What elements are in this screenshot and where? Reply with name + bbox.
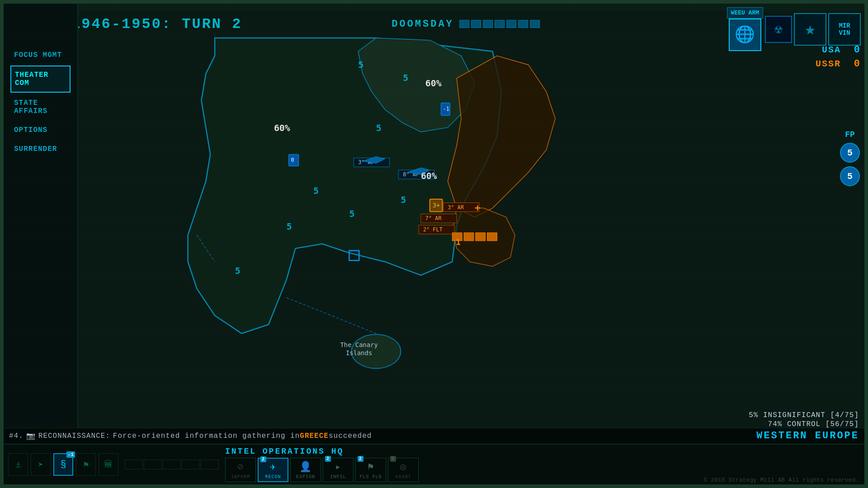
flsflg-icon: ⚑ [368, 461, 374, 473]
svg-text:3+: 3+ [433, 202, 440, 209]
status-number: #4. [9, 432, 24, 440]
doom-block-2 [471, 20, 481, 28]
doom-block-3 [483, 20, 493, 28]
star-button[interactable]: ★ [794, 13, 826, 46]
fp-value-1[interactable]: 5 [840, 143, 860, 163]
inform-label: INFORM [231, 474, 250, 479]
svg-text:5: 5 [403, 73, 408, 83]
map-area[interactable]: 3° AF 8° AF 3° AR 7° AR 2° FLT [71, 4, 864, 466]
svg-text:5: 5 [235, 266, 241, 276]
infil-icon: ▸ [335, 461, 341, 473]
sidebar-menu: FOCUS MGMT THEATER COM STATE AFFAIRS OPT… [10, 47, 71, 160]
espion-icon: 👤 [299, 461, 312, 473]
doomsday-section: DOOMSDAY [392, 19, 540, 30]
region-name: WESTERN EUROPE [749, 430, 859, 441]
status-message: Force-oriented information gathering in [113, 432, 300, 440]
grid-icon-3[interactable] [163, 460, 181, 469]
mir-label-top: MIR [839, 22, 850, 29]
main-screen: 3° AF 8° AF 3° AR 7° AR 2° FLT [0, 0, 868, 488]
weeu-arm-label: WEEU ARM [727, 7, 763, 19]
nuke-icon: ☢ [775, 22, 783, 37]
assnt-badge: 0 [390, 456, 396, 462]
sidebar-item-surrender[interactable]: SURRENDER [10, 141, 71, 158]
doom-block-5 [506, 20, 516, 28]
insignificant-stat: 5% INSIGNIFICANT [4/75] [749, 411, 859, 419]
sidebar-item-state-affairs[interactable]: STATE AFFAIRS [10, 94, 71, 120]
anchor-icon: ⚓ [15, 459, 21, 470]
star-icon: ★ [805, 18, 816, 40]
svg-text:7° AR: 7° AR [425, 215, 442, 221]
status-suffix: succeeded [329, 432, 372, 440]
copyright: © 2018 Strategy Mill AB All rights reser… [704, 477, 859, 483]
fp-panel: FP 5 5 [840, 130, 860, 186]
left-sidebar: FOCUS MGMT THEATER COM STATE AFFAIRS OPT… [4, 4, 78, 484]
sidebar-item-theater-com[interactable]: THEATER COM [10, 66, 71, 93]
bottom-left-icons: ⚓ ➤ § -1 ⚑ 🏛 [4, 453, 123, 476]
nav-icon-arrow[interactable]: ➤ [31, 453, 51, 476]
doomsday-label: DOOMSDAY [392, 19, 454, 30]
op-fls-flg[interactable]: 2 ⚑ FLS FLG [355, 458, 386, 482]
svg-text:3° AR: 3° AR [448, 204, 464, 211]
svg-text:0: 0 [291, 157, 294, 163]
op-assnt[interactable]: 0 ◎ ASSNT [388, 458, 419, 482]
recon-badge: 2 [260, 456, 266, 462]
usa-score-row: USA 0 [816, 44, 860, 56]
mir-label-bottom: VIN [839, 29, 850, 37]
doom-block-4 [495, 20, 505, 28]
infil-badge: 2 [325, 456, 331, 462]
nav-icon-building[interactable]: 🏛 [99, 453, 118, 476]
section-icon: § [60, 459, 66, 470]
sidebar-item-options[interactable]: OPTIONS [10, 122, 71, 139]
usa-label: USA [822, 45, 841, 55]
doom-block-1 [459, 20, 469, 28]
nuke-button[interactable]: ☢ [765, 16, 792, 43]
grid-icon-2[interactable] [144, 460, 162, 469]
turn-info: 1946-1950: TURN 2 [71, 16, 242, 33]
op-infil[interactable]: 2 ▸ INFIL [323, 458, 354, 482]
doom-block-7 [530, 20, 540, 28]
svg-rect-21 [476, 233, 486, 241]
intel-ops-section: INTEL OPERATIONS HQ ⊘ INFORM 2 ✈ RECON 👤… [221, 447, 423, 482]
status-icon: 📷 [26, 432, 36, 441]
flsflg-badge: 2 [358, 456, 363, 462]
op-recon[interactable]: 2 ✈ RECON [258, 458, 288, 482]
svg-text:60%: 60% [421, 171, 437, 181]
assnt-icon: ◎ [400, 461, 406, 473]
doom-block-6 [518, 20, 528, 28]
svg-text:5: 5 [313, 186, 319, 196]
bottom-right-info: 5% INSIGNIFICANT [4/75] 74% CONTROL [56/… [749, 411, 859, 441]
mir-button[interactable]: MIR VIN [828, 13, 861, 46]
infil-label: INFIL [330, 474, 346, 479]
nav-icon-anchor[interactable]: ⚓ [8, 453, 28, 476]
grid-icon-4[interactable] [182, 460, 200, 469]
op-inform[interactable]: ⊘ INFORM [225, 458, 256, 482]
op-espion[interactable]: 👤 ESPION [290, 458, 321, 482]
building-icon: 🏛 [104, 459, 113, 470]
doomsday-blocks [459, 20, 540, 28]
grid-icon-1[interactable] [125, 460, 143, 469]
assnt-label: ASSNT [395, 474, 411, 479]
svg-text:5: 5 [376, 123, 382, 133]
svg-text:The Canary: The Canary [340, 341, 377, 348]
globe-button[interactable]: 🌐 [729, 19, 761, 51]
grid-icon-5[interactable] [201, 460, 219, 469]
usa-value: 0 [846, 44, 860, 56]
svg-text:2° FLT: 2° FLT [423, 226, 443, 233]
badge-value: -1 [66, 451, 75, 458]
nav-icon-flag[interactable]: ⚑ [76, 453, 96, 476]
svg-text:Islands: Islands [346, 349, 372, 357]
sidebar-item-focus-mgmt[interactable]: FOCUS MGMT [10, 47, 71, 64]
svg-text:-1: -1 [443, 106, 449, 112]
status-action: RECONNAISSANCE: [38, 432, 110, 440]
inform-icon: ⊘ [237, 461, 244, 473]
nav-icon-badge[interactable]: § -1 [53, 453, 73, 476]
ussr-score-row: USSR 0 [816, 58, 860, 70]
ussr-value: 0 [846, 58, 860, 70]
ussr-label: USSR [816, 59, 841, 69]
arrow-icon: ➤ [38, 459, 43, 470]
flsflg-label: FLS FLG [359, 474, 382, 479]
flag-icon: ⚑ [83, 459, 89, 470]
status-highlight: GREECE [300, 432, 329, 440]
intel-title: INTEL OPERATIONS HQ [225, 447, 419, 456]
fp-value-2[interactable]: 5 [840, 166, 860, 186]
